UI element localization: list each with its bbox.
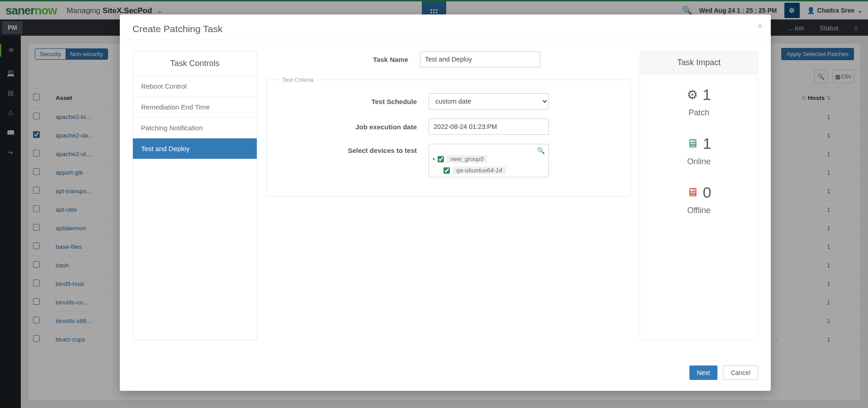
tree-caret-icon[interactable]: ▾ xyxy=(433,157,435,161)
task-name-input[interactable] xyxy=(420,51,540,67)
task-control-item[interactable]: Test and Deploy xyxy=(133,138,257,159)
test-criteria-legend: Test Criteria xyxy=(279,76,316,83)
task-impact-panel: Task Impact ⚙1 Patch 🖥1 Online 🖥0 Offlin… xyxy=(640,51,758,341)
cancel-button[interactable]: Cancel xyxy=(723,365,758,380)
task-name-label: Task Name xyxy=(266,56,420,63)
device-checkbox[interactable] xyxy=(443,167,450,174)
device-search-icon[interactable]: 🔍 xyxy=(537,147,545,154)
monitor-online-icon: 🖥 xyxy=(687,137,698,151)
device-name: qa-ubuntux64-14 xyxy=(453,166,506,174)
group-name: new_group5 xyxy=(447,155,487,163)
task-controls-header: Task Controls xyxy=(133,52,257,76)
patch-label: Patch xyxy=(640,108,758,118)
device-tree-box: 🔍 ▾ new_group5 qa-ubuntux64-14 xyxy=(429,144,549,177)
test-schedule-label: Test Schedule xyxy=(275,98,429,105)
create-patching-task-modal: × Create Patching Task Task Controls Reb… xyxy=(120,14,771,391)
online-label: Online xyxy=(640,157,758,166)
task-control-item[interactable]: Reboot Control xyxy=(133,76,257,97)
exec-date-label: Job execution date xyxy=(275,123,429,131)
task-form: Task Name Test Criteria Test Schedule cu… xyxy=(266,51,631,358)
modal-title: Create Patching Task xyxy=(120,14,771,40)
group-checkbox[interactable] xyxy=(438,156,444,162)
task-control-item[interactable]: Remediation End Time xyxy=(133,97,257,118)
offline-label: Offline xyxy=(640,206,758,215)
task-controls-nav: Task Controls Reboot ControlRemediation … xyxy=(132,51,257,341)
gear-icon: ⚙ xyxy=(687,87,698,102)
online-count: 1 xyxy=(703,135,712,152)
devices-label: Select devices to test xyxy=(275,144,429,154)
task-control-item[interactable]: Patching Notification xyxy=(133,118,257,138)
monitor-offline-icon: 🖥 xyxy=(687,185,698,199)
next-button[interactable]: Next xyxy=(689,365,718,380)
close-icon[interactable]: × xyxy=(757,21,763,31)
device-group-row[interactable]: ▾ new_group5 xyxy=(433,155,545,163)
task-impact-header: Task Impact xyxy=(640,52,758,74)
offline-count: 0 xyxy=(703,184,712,201)
device-row[interactable]: qa-ubuntux64-14 xyxy=(443,166,545,174)
test-criteria-fieldset: Test Criteria Test Schedule custom date … xyxy=(266,76,631,197)
patch-count: 1 xyxy=(703,86,711,104)
test-schedule-select[interactable]: custom date xyxy=(429,93,549,109)
exec-date-input[interactable] xyxy=(429,119,549,135)
